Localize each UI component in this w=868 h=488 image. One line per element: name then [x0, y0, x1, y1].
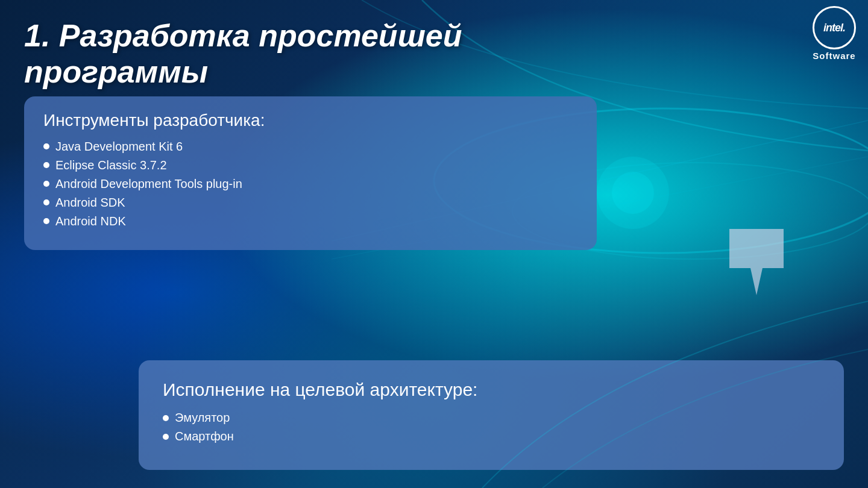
list-item: Android Development Tools plug-in [43, 177, 577, 191]
bullet-dot [43, 162, 49, 168]
bullet-dot [43, 143, 49, 149]
svg-marker-6 [729, 229, 784, 295]
top-card-list: Java Development Kit 6 Eclipse Classic 3… [43, 140, 577, 228]
intel-software-label: Software [813, 51, 855, 61]
intel-logo: intel. Software [813, 6, 856, 61]
list-item: Eclipse Classic 3.7.2 [43, 158, 577, 172]
top-card: Инструменты разработчика: Java Developme… [24, 96, 597, 250]
intel-logo-circle: intel. [813, 6, 856, 49]
list-item: Android NDK [43, 214, 577, 228]
list-item: Android SDK [43, 196, 577, 210]
top-card-heading: Инструменты разработчика: [43, 111, 577, 130]
bullet-dot [43, 199, 49, 205]
slide-title: 1. Разработка простейшей программы [24, 18, 567, 90]
down-arrow-icon [729, 229, 784, 295]
intel-brand-text: intel. [823, 22, 845, 34]
bullet-dot [43, 218, 49, 224]
down-arrow-container [729, 229, 784, 298]
list-item: Java Development Kit 6 [43, 140, 577, 154]
bullet-dot [43, 181, 49, 187]
